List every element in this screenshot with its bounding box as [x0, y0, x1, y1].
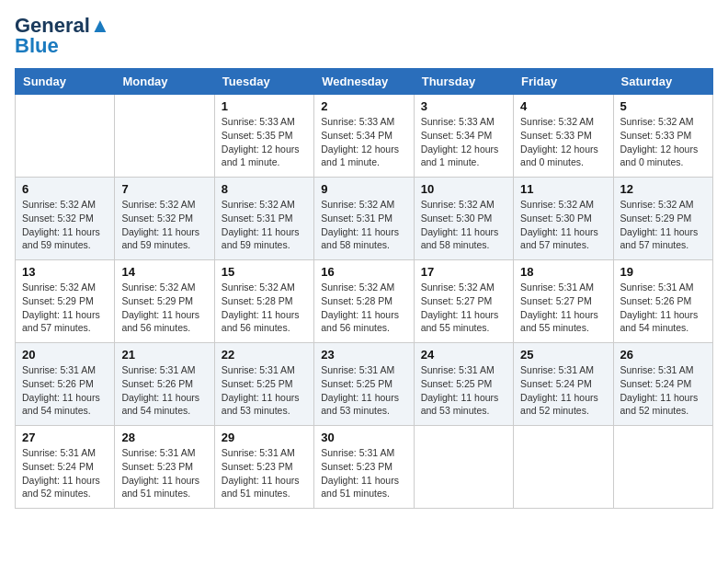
calendar-cell — [115, 95, 214, 178]
day-number: 25 — [520, 348, 606, 362]
logo: General▲ Blue — [15, 15, 110, 57]
calendar-cell: 3Sunrise: 5:33 AM Sunset: 5:34 PM Daylig… — [414, 95, 513, 178]
calendar-cell: 30Sunrise: 5:31 AM Sunset: 5:23 PM Dayli… — [314, 426, 414, 509]
calendar-cell — [514, 426, 613, 509]
day-number: 20 — [22, 348, 108, 362]
calendar-cell: 24Sunrise: 5:31 AM Sunset: 5:25 PM Dayli… — [414, 343, 513, 426]
day-info: Sunrise: 5:31 AM Sunset: 5:25 PM Dayligh… — [222, 363, 307, 418]
day-info: Sunrise: 5:31 AM Sunset: 5:23 PM Dayligh… — [222, 446, 307, 500]
day-number: 8 — [222, 182, 307, 196]
day-number: 10 — [421, 182, 506, 196]
calendar-cell: 25Sunrise: 5:31 AM Sunset: 5:24 PM Dayli… — [514, 343, 613, 426]
logo-blue: Blue — [15, 35, 110, 57]
calendar-cell: 21Sunrise: 5:31 AM Sunset: 5:26 PM Dayli… — [115, 343, 214, 426]
day-info: Sunrise: 5:32 AM Sunset: 5:29 PM Dayligh… — [121, 281, 207, 335]
calendar-cell: 2Sunrise: 5:33 AM Sunset: 5:34 PM Daylig… — [314, 95, 414, 178]
calendar-cell: 9Sunrise: 5:32 AM Sunset: 5:31 PM Daylig… — [314, 178, 414, 260]
day-info: Sunrise: 5:32 AM Sunset: 5:33 PM Dayligh… — [620, 115, 706, 169]
calendar-cell: 18Sunrise: 5:31 AM Sunset: 5:27 PM Dayli… — [514, 260, 613, 343]
day-info: Sunrise: 5:32 AM Sunset: 5:27 PM Dayligh… — [421, 281, 506, 335]
weekday-header-saturday: Saturday — [613, 69, 712, 95]
day-number: 11 — [520, 182, 606, 196]
day-number: 23 — [321, 348, 406, 362]
calendar-cell: 23Sunrise: 5:31 AM Sunset: 5:25 PM Dayli… — [314, 343, 414, 426]
calendar-cell: 10Sunrise: 5:32 AM Sunset: 5:30 PM Dayli… — [414, 178, 513, 260]
calendar-cell: 6Sunrise: 5:32 AM Sunset: 5:32 PM Daylig… — [16, 178, 115, 260]
weekday-header-monday: Monday — [115, 69, 214, 95]
calendar-cell: 29Sunrise: 5:31 AM Sunset: 5:23 PM Dayli… — [214, 426, 313, 509]
calendar-cell: 7Sunrise: 5:32 AM Sunset: 5:32 PM Daylig… — [115, 178, 214, 260]
day-number: 16 — [321, 265, 406, 279]
weekday-header-tuesday: Tuesday — [214, 69, 313, 95]
day-info: Sunrise: 5:32 AM Sunset: 5:30 PM Dayligh… — [421, 198, 506, 252]
day-info: Sunrise: 5:31 AM Sunset: 5:25 PM Dayligh… — [421, 363, 506, 418]
day-info: Sunrise: 5:33 AM Sunset: 5:35 PM Dayligh… — [222, 115, 307, 169]
calendar-cell: 20Sunrise: 5:31 AM Sunset: 5:26 PM Dayli… — [16, 343, 115, 426]
calendar-cell: 14Sunrise: 5:32 AM Sunset: 5:29 PM Dayli… — [115, 260, 214, 343]
day-info: Sunrise: 5:31 AM Sunset: 5:24 PM Dayligh… — [22, 446, 108, 500]
calendar-cell: 17Sunrise: 5:32 AM Sunset: 5:27 PM Dayli… — [414, 260, 513, 343]
day-number: 27 — [22, 431, 108, 444]
day-number: 26 — [620, 348, 706, 362]
day-number: 5 — [620, 99, 706, 113]
day-number: 9 — [321, 182, 406, 196]
calendar-cell — [16, 95, 115, 178]
day-number: 24 — [421, 348, 506, 362]
day-number: 14 — [121, 265, 207, 279]
day-number: 3 — [421, 99, 506, 113]
day-info: Sunrise: 5:33 AM Sunset: 5:34 PM Dayligh… — [421, 115, 506, 169]
calendar-cell: 1Sunrise: 5:33 AM Sunset: 5:35 PM Daylig… — [214, 95, 313, 178]
calendar-cell: 19Sunrise: 5:31 AM Sunset: 5:26 PM Dayli… — [613, 260, 712, 343]
calendar-cell: 16Sunrise: 5:32 AM Sunset: 5:28 PM Dayli… — [314, 260, 414, 343]
weekday-header-sunday: Sunday — [16, 69, 115, 95]
day-info: Sunrise: 5:33 AM Sunset: 5:34 PM Dayligh… — [321, 115, 406, 169]
calendar-cell: 27Sunrise: 5:31 AM Sunset: 5:24 PM Dayli… — [16, 426, 115, 509]
day-info: Sunrise: 5:32 AM Sunset: 5:33 PM Dayligh… — [520, 115, 606, 169]
day-info: Sunrise: 5:31 AM Sunset: 5:23 PM Dayligh… — [121, 446, 207, 500]
day-info: Sunrise: 5:31 AM Sunset: 5:24 PM Dayligh… — [520, 363, 606, 418]
calendar-cell: 22Sunrise: 5:31 AM Sunset: 5:25 PM Dayli… — [214, 343, 313, 426]
calendar-cell: 8Sunrise: 5:32 AM Sunset: 5:31 PM Daylig… — [214, 178, 313, 260]
day-number: 4 — [520, 99, 606, 113]
day-number: 6 — [22, 182, 108, 196]
calendar-cell: 15Sunrise: 5:32 AM Sunset: 5:28 PM Dayli… — [214, 260, 313, 343]
day-number: 29 — [222, 431, 307, 444]
page-header: General▲ Blue — [15, 15, 713, 57]
day-info: Sunrise: 5:31 AM Sunset: 5:25 PM Dayligh… — [321, 363, 406, 418]
day-number: 22 — [222, 348, 307, 362]
day-info: Sunrise: 5:32 AM Sunset: 5:29 PM Dayligh… — [620, 198, 706, 252]
day-info: Sunrise: 5:31 AM Sunset: 5:24 PM Dayligh… — [620, 363, 706, 418]
day-info: Sunrise: 5:32 AM Sunset: 5:31 PM Dayligh… — [321, 198, 406, 252]
day-info: Sunrise: 5:31 AM Sunset: 5:23 PM Dayligh… — [321, 446, 406, 500]
calendar-cell: 11Sunrise: 5:32 AM Sunset: 5:30 PM Dayli… — [514, 178, 613, 260]
calendar-cell: 13Sunrise: 5:32 AM Sunset: 5:29 PM Dayli… — [16, 260, 115, 343]
day-info: Sunrise: 5:32 AM Sunset: 5:31 PM Dayligh… — [222, 198, 307, 252]
day-number: 21 — [121, 348, 207, 362]
calendar-cell: 26Sunrise: 5:31 AM Sunset: 5:24 PM Dayli… — [613, 343, 712, 426]
weekday-header-wednesday: Wednesday — [314, 69, 414, 95]
day-number: 12 — [620, 182, 706, 196]
calendar-cell: 12Sunrise: 5:32 AM Sunset: 5:29 PM Dayli… — [613, 178, 712, 260]
calendar-cell — [613, 426, 712, 509]
day-number: 13 — [22, 265, 108, 279]
day-info: Sunrise: 5:32 AM Sunset: 5:30 PM Dayligh… — [520, 198, 606, 252]
day-number: 7 — [121, 182, 207, 196]
day-number: 18 — [520, 265, 606, 279]
day-info: Sunrise: 5:31 AM Sunset: 5:26 PM Dayligh… — [22, 363, 108, 418]
day-number: 2 — [321, 99, 406, 113]
day-info: Sunrise: 5:32 AM Sunset: 5:28 PM Dayligh… — [321, 281, 406, 335]
day-info: Sunrise: 5:32 AM Sunset: 5:32 PM Dayligh… — [22, 198, 108, 252]
calendar-cell — [414, 426, 513, 509]
calendar-cell: 4Sunrise: 5:32 AM Sunset: 5:33 PM Daylig… — [514, 95, 613, 178]
day-info: Sunrise: 5:31 AM Sunset: 5:26 PM Dayligh… — [620, 281, 706, 335]
calendar-table: SundayMondayTuesdayWednesdayThursdayFrid… — [15, 68, 713, 509]
day-number: 17 — [421, 265, 506, 279]
day-number: 19 — [620, 265, 706, 279]
day-number: 28 — [121, 431, 207, 444]
day-info: Sunrise: 5:32 AM Sunset: 5:28 PM Dayligh… — [222, 281, 307, 335]
weekday-header-friday: Friday — [514, 69, 613, 95]
calendar-cell: 28Sunrise: 5:31 AM Sunset: 5:23 PM Dayli… — [115, 426, 214, 509]
day-number: 15 — [222, 265, 307, 279]
day-info: Sunrise: 5:32 AM Sunset: 5:29 PM Dayligh… — [22, 281, 108, 335]
day-info: Sunrise: 5:31 AM Sunset: 5:27 PM Dayligh… — [520, 281, 606, 335]
